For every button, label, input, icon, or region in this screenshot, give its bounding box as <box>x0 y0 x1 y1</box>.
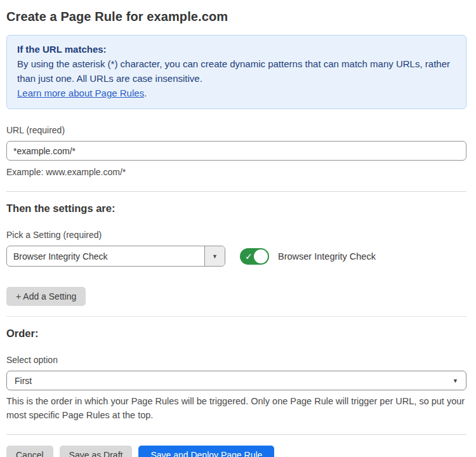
section-divider <box>6 316 466 317</box>
footer-actions: Cancel Save as Draft Save and Deploy Pag… <box>6 446 466 457</box>
add-setting-button[interactable]: + Add a Setting <box>6 287 86 306</box>
section-divider <box>6 191 466 192</box>
order-select-value: First <box>15 376 32 386</box>
link-suffix: . <box>144 88 147 98</box>
url-input[interactable] <box>6 141 466 161</box>
order-helper-text: This is the order in which your Page Rul… <box>6 394 466 422</box>
check-icon: ✓ <box>245 251 253 260</box>
settings-section-heading: Then the settings are: <box>6 202 466 215</box>
info-box-heading: If the URL matches: <box>17 42 456 56</box>
url-match-info-box: If the URL matches: By using the asteris… <box>6 35 466 109</box>
setting-toggle-group: ✓ Browser Integrity Check <box>240 248 376 265</box>
page-title: Create a Page Rule for example.com <box>6 10 466 24</box>
setting-row: Browser Integrity Check ▼ ✓ Browser Inte… <box>6 246 466 267</box>
footer-divider <box>6 434 466 435</box>
browser-integrity-toggle[interactable]: ✓ <box>240 248 269 265</box>
learn-more-page-rules-link[interactable]: Learn more about Page Rules <box>17 88 144 98</box>
select-option-label: Select option <box>6 355 466 365</box>
setting-select-value: Browser Integrity Check <box>7 246 204 266</box>
save-draft-button[interactable]: Save as Draft <box>60 446 133 457</box>
toggle-label: Browser Integrity Check <box>278 251 376 262</box>
setting-select[interactable]: Browser Integrity Check ▼ <box>6 246 225 267</box>
save-deploy-button[interactable]: Save and Deploy Page Rule <box>138 446 274 457</box>
chevron-down-icon: ▼ <box>453 378 458 384</box>
cancel-button[interactable]: Cancel <box>6 446 53 457</box>
order-section-heading: Order: <box>6 328 466 340</box>
url-label: URL (required) <box>6 125 466 135</box>
pick-setting-label: Pick a Setting (required) <box>6 230 466 240</box>
url-example-helper: Example: www.example.com/* <box>6 165 466 179</box>
info-box-link-line: Learn more about Page Rules. <box>17 86 456 100</box>
toggle-knob <box>254 249 268 263</box>
order-select[interactable]: First ▼ <box>6 371 466 390</box>
info-box-body: By using the asterisk (*) character, you… <box>17 56 456 86</box>
chevron-down-icon[interactable]: ▼ <box>204 246 225 266</box>
create-page-rule-form: Create a Page Rule for example.com If th… <box>0 0 476 457</box>
